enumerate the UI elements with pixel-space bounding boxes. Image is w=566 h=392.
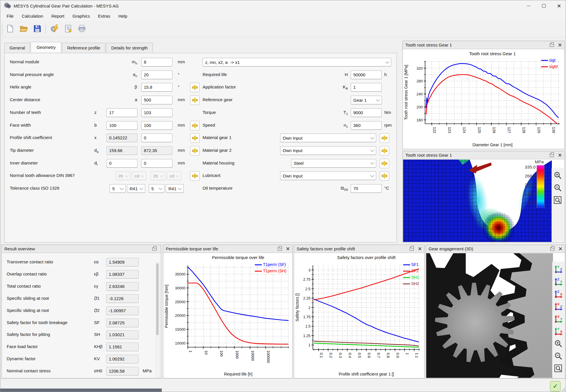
report-button[interactable] [62, 23, 75, 35]
result-scrollbar-thumb[interactable] [156, 263, 159, 335]
parameter-field[interactable]: 1 [351, 83, 382, 92]
gear1-value-field[interactable]: 0.145222 [106, 134, 137, 142]
print-button[interactable] [76, 23, 88, 35]
tab-details-for-strength[interactable]: Details for strength [106, 43, 153, 53]
parameter-field[interactable]: 9000 [351, 108, 382, 117]
gear2-value-field[interactable]: 15.8 [141, 83, 172, 92]
allowance-select[interactable]: cd [167, 171, 181, 180]
calculation-mode-dropdown[interactable]: z, mn, x2, a -> x1 [203, 58, 391, 66]
gear1-value-field[interactable]: 159.66 [106, 146, 137, 155]
conversion-plus-button[interactable] [190, 146, 200, 156]
gear2-value-field[interactable]: 103 [141, 108, 172, 117]
parameter-field[interactable]: 360 [351, 121, 382, 130]
close-panel-icon[interactable] [286, 247, 290, 251]
conversion-plus-button[interactable] [380, 171, 389, 181]
menu-item-graphics[interactable]: Graphics [68, 12, 94, 20]
fem-zoom-out-button[interactable] [553, 183, 563, 193]
selection-dropdown[interactable]: Own Input [280, 171, 376, 180]
minimize-button[interactable] [521, 0, 536, 11]
selection-dropdown[interactable]: Own Input [280, 146, 376, 155]
allowance-select[interactable]: cd [132, 171, 146, 180]
menu-item-report[interactable]: Report [47, 12, 68, 20]
result-value-field[interactable]: 1206.58 [106, 367, 139, 376]
menu-item-calculation[interactable]: Calculation [18, 12, 47, 20]
reference-gear-dropdown[interactable]: Gear 1 [351, 96, 382, 104]
float-panel-icon[interactable] [152, 247, 157, 251]
result-value-field[interactable]: 2.63246 [106, 282, 139, 291]
fem-zoom-in-button[interactable] [553, 170, 563, 181]
view-orientation-icon[interactable]: XY [553, 314, 564, 324]
menu-item-file[interactable]: File [3, 12, 18, 20]
gear-3d-view[interactable] [426, 253, 553, 378]
tolerance-select[interactable]: 5 [110, 184, 126, 193]
new-document-button[interactable] [4, 23, 16, 35]
result-value-field[interactable]: 2.08725 [106, 319, 139, 327]
close-panel-icon[interactable] [418, 247, 422, 251]
conversion-plus-button[interactable] [380, 146, 389, 156]
close-panel-icon[interactable] [558, 43, 562, 47]
close-panel-icon[interactable] [558, 153, 562, 157]
conversion-plus-button[interactable] [380, 159, 389, 168]
menu-item-extras[interactable]: Extras [94, 12, 114, 20]
gear1-value-field[interactable]: 0 [106, 159, 137, 168]
view-orientation-icon[interactable]: ZX [553, 289, 564, 299]
parameter-field[interactable]: 70 [351, 184, 382, 193]
gear3d-zoom-in-button[interactable] [553, 339, 564, 349]
gear2-value-field[interactable]: 0 [141, 159, 172, 168]
gear3d-zoom-out-button[interactable] [553, 351, 564, 361]
tolerance-select[interactable]: R41 [166, 184, 184, 193]
result-scrollbar[interactable] [156, 262, 160, 378]
result-value-field[interactable]: -3.1226 [106, 294, 139, 303]
tab-reference-profile[interactable]: Reference profile [62, 43, 105, 53]
tolerance-select[interactable]: 5 [149, 184, 164, 193]
tab-geometry[interactable]: Geometry [31, 42, 61, 52]
view-orientation-icon[interactable]: YX [553, 326, 564, 336]
conversion-plus-button[interactable] [190, 121, 200, 130]
gear2-value-field[interactable]: 0 [141, 134, 172, 142]
gear2-value-field[interactable]: 20 [141, 71, 172, 79]
float-panel-icon[interactable] [550, 247, 554, 251]
gear2-value-field[interactable]: 872.35 [141, 146, 172, 155]
result-value-field[interactable]: 1.08337 [106, 270, 139, 279]
parameter-field[interactable]: 50000 [351, 71, 382, 79]
float-panel-icon[interactable] [550, 43, 554, 47]
result-value-field[interactable]: -1.00957 [106, 306, 139, 315]
fem-zoom-fit-button[interactable] [553, 195, 563, 206]
allowance-select[interactable]: 26 [115, 171, 131, 180]
allowance-select[interactable]: 26 [150, 171, 166, 180]
selection-dropdown[interactable]: Steel [291, 159, 376, 168]
selection-dropdown[interactable]: Own Input [280, 134, 376, 142]
conversion-plus-button[interactable] [190, 83, 200, 92]
conversion-plus-button[interactable] [190, 171, 200, 181]
conversion-plus-button[interactable] [380, 133, 389, 143]
gear2-value-field[interactable]: 500 [141, 96, 172, 104]
conversion-plus-button[interactable] [190, 133, 200, 143]
resize-grip[interactable] [561, 387, 565, 391]
close-panel-icon[interactable] [558, 247, 562, 251]
result-value-field[interactable]: 1.03021 [106, 330, 139, 339]
maximize-button[interactable] [536, 0, 551, 11]
result-value-field[interactable]: 1.54909 [106, 258, 139, 267]
menu-item-help[interactable]: Help [114, 12, 131, 20]
view-orientation-icon[interactable]: XZ [553, 301, 564, 312]
float-panel-icon[interactable] [410, 247, 414, 251]
float-panel-icon[interactable] [550, 154, 554, 157]
tolerance-select[interactable]: R41 [127, 184, 145, 193]
open-folder-button[interactable] [17, 23, 30, 35]
gear2-value-field[interactable]: 100 [141, 121, 172, 130]
view-orientation-icon[interactable]: ZY [553, 276, 564, 287]
float-panel-icon[interactable] [278, 247, 282, 251]
gear3d-zoom-fit-button[interactable] [553, 363, 564, 374]
result-value-field[interactable]: 1.1561 [106, 343, 139, 351]
view-orientation-icon[interactable]: YZ [553, 264, 564, 274]
result-value-field[interactable]: 1.00292 [106, 355, 139, 363]
conversion-plus-button[interactable] [190, 95, 200, 105]
save-button[interactable] [31, 23, 44, 35]
close-button[interactable] [551, 0, 566, 11]
gear2-value-field[interactable]: 8 [141, 58, 172, 66]
tab-general[interactable]: General [4, 43, 30, 53]
calculate-button[interactable] [48, 23, 61, 35]
gear1-value-field[interactable]: 17 [106, 108, 137, 117]
gear1-value-field[interactable]: 100 [106, 121, 137, 130]
status-ok-button[interactable]: ✓ [550, 381, 561, 391]
